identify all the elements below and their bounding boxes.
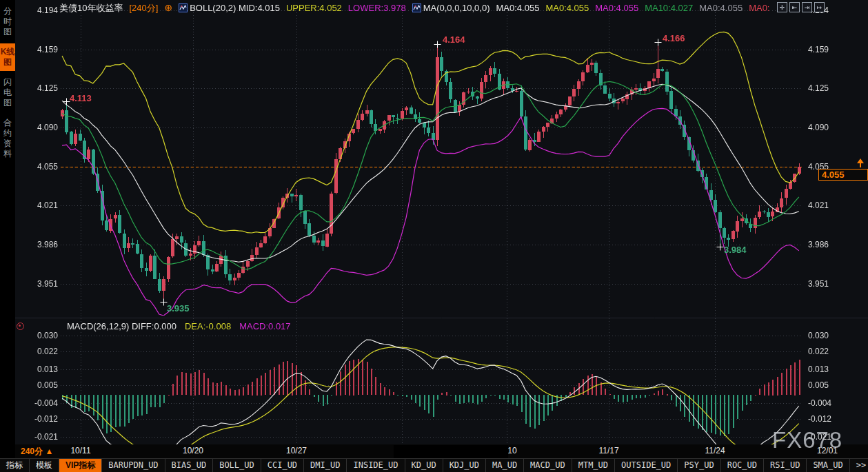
timeframe-arrow-icon: ▲ (45, 447, 53, 456)
indicator-readout-9: MA0:4.055 (699, 3, 743, 13)
price-tick-right: 4.125 (808, 83, 829, 93)
sidebar: 分时图K线图闪电图合约资料 (0, 0, 15, 459)
indicator-readout-4: MA(0,0,0,10,0,0) (423, 3, 490, 13)
redaction-box (394, 445, 508, 458)
sidebar-tab-4[interactable]: 合约资料 (0, 114, 15, 163)
macd-tick-right: 0.005 (808, 380, 829, 390)
indicator-readouts: BOLL(20,2) MID:4.015UPPER:4.052LOWER:3.9… (179, 3, 776, 13)
macd-tick-left: 0.005 (25, 380, 58, 390)
tab-rsi-ud[interactable]: RSI_UD (764, 459, 807, 472)
timeframe-selector[interactable]: 240分 ▲ (21, 446, 53, 458)
macd-tick-right: 0.022 (808, 347, 829, 356)
price-tick-left: 4.159 (25, 45, 58, 54)
chart-title: 美债10年收益率 (59, 2, 123, 14)
price-tick-right: 4.159 (808, 45, 829, 54)
macd-tick-left: -0.012 (25, 414, 58, 424)
chart-header: 美债10年收益率 [240分] ⊕ BOLL(20,2) MID:4.015UP… (59, 2, 776, 14)
chart-canvas[interactable] (0, 0, 868, 472)
timeframe-text: 240分 (21, 447, 43, 456)
price-tick-left: 4.055 (25, 162, 58, 172)
tab-inside-ud[interactable]: INSIDE_UD (347, 459, 405, 472)
date-label: 10/11 (70, 446, 90, 455)
tab-bias-ud[interactable]: BIAS_UD (165, 459, 214, 472)
tab-kd-ud[interactable]: KD_UD (405, 459, 443, 472)
indicator-readout-7: MA0:4.055 (595, 3, 638, 13)
tab-dmi-ud[interactable]: DMI_UD (304, 459, 347, 472)
date-label: 11/17 (598, 446, 618, 455)
tab-boll-ud[interactable]: BOLL_UD (213, 459, 261, 472)
macd-tick-right: 0.030 (808, 331, 829, 340)
indicator-tab-bar: 指标模板VIP指标BARUPDN_UDBIAS_UDBOLL_UDCCI_UDD… (0, 458, 868, 472)
tab-roc-ud[interactable]: ROC_UD (721, 459, 764, 472)
tab-ma-ud[interactable]: MA_UD (486, 459, 524, 472)
indicator-readout-10: MA0: (749, 3, 769, 13)
tab-mtm-ud[interactable]: MTM_UD (572, 459, 615, 472)
tab-psy-ud[interactable]: PSY_UD (678, 459, 720, 472)
date-label: 10/20 (183, 446, 203, 455)
macd-tick-left: 0.022 (25, 347, 58, 356)
price-extreme-label: 4.166 (663, 33, 685, 43)
shift-right-icon[interactable]: ↦ (814, 2, 825, 12)
price-tick-right: 3.951 (808, 279, 829, 289)
indicator-readout-3: LOWER:3.978 (348, 3, 406, 13)
price-extreme-label: 3.984 (724, 245, 747, 255)
price-tick-left: 4.021 (25, 201, 58, 210)
indicator-legend-icon (412, 3, 421, 12)
price-tick-left: 3.986 (25, 240, 58, 249)
date-label: 10/27 (286, 446, 307, 455)
chart-window-controls: ✛⇤⇥↦ (777, 2, 825, 12)
price-extreme-label: 3.935 (167, 303, 190, 314)
macd-tick-right: 0.013 (808, 365, 829, 374)
price-extreme-label: 4.164 (443, 34, 465, 45)
trading-app-window: 分时图K线图闪电图合约资料 美债10年收益率 [240分] ⊕ BOLL(20,… (0, 0, 868, 472)
tab-vip-[interactable]: VIP指标 (59, 459, 102, 472)
current-price-tag: 4.055 (818, 169, 868, 181)
macd-tick-left: 0.013 (25, 365, 58, 374)
price-tick-left: 4.090 (25, 123, 58, 132)
tab-sma-ud[interactable]: SMA_UD (807, 459, 849, 472)
add-indicator-icon[interactable]: ⊕ (164, 3, 172, 12)
sidebar-tab-2[interactable]: K线图 (0, 43, 15, 71)
macd-panel-header: MACD(26,12,9) DIFF:0.000DEA:-0.008MACD:0… (17, 321, 299, 331)
tab-kdj-ud[interactable]: KDJ_UD (443, 459, 486, 472)
macd-tick-left: -0.021 (25, 432, 58, 442)
fit-x-axis-icon[interactable]: ⇥ (802, 2, 812, 12)
tab--[interactable]: 模板 (30, 459, 59, 472)
sidebar-tab-1[interactable]: 分时图 (0, 3, 15, 41)
macd-readout-3: MACD:0.017 (239, 321, 290, 331)
tab-macd-ud[interactable]: MACD_UD (524, 459, 572, 472)
indicator-readout-2: UPPER:4.052 (286, 3, 342, 13)
macd-readout-2: DEA:-0.008 (185, 321, 231, 331)
price-tick-left: 3.951 (25, 279, 58, 289)
arrow-stem (860, 163, 861, 167)
macd-tick-left: 0.030 (25, 331, 58, 340)
tab-outside-ud[interactable]: OUTSIDE_UD (615, 459, 678, 472)
latest-bar-arrow-icon[interactable] (857, 158, 864, 168)
watermark: FX678 (772, 427, 842, 453)
indicator-readout-6: MA0:4.055 (545, 3, 589, 13)
macd-readouts: MACD(26,12,9) DIFF:0.000DEA:-0.008MACD:0… (67, 321, 299, 331)
timeframe-label: [240分] (129, 2, 158, 14)
indicator-readout-1: BOLL(20,2) MID:4.015 (190, 3, 280, 13)
x-axis-row: 240分 ▲ 10/1110/2010/2711/311/1011/1711/2… (15, 444, 868, 459)
tab--[interactable]: 指标 (0, 459, 30, 472)
macd-tick-right: -0.012 (808, 414, 831, 424)
sidebar-tab-3[interactable]: 闪电图 (0, 74, 15, 112)
indicator-readout-8: MA10:4.027 (645, 3, 693, 13)
price-tick-left: 4.194 (25, 6, 58, 15)
tab-cci-ud[interactable]: CCI_UD (261, 459, 304, 472)
price-extreme-label: 4.113 (70, 93, 92, 103)
price-tick-right: 4.021 (808, 201, 829, 210)
price-tick-right: 3.986 (808, 240, 829, 249)
fit-y-axis-icon[interactable]: ⇤ (789, 2, 800, 12)
macd-tick-right: -0.004 (808, 398, 831, 408)
indicator-legend-icon (179, 3, 188, 12)
indicator-readout-5: MA0:4.055 (496, 3, 540, 13)
arrow-head (857, 158, 864, 163)
tab--[interactable]: >> (850, 459, 868, 472)
crosshair-icon[interactable]: ✛ (777, 2, 787, 12)
macd-panel-icon[interactable] (17, 322, 24, 330)
date-label: 11/24 (705, 446, 725, 455)
tab-barupdn-ud[interactable]: BARUPDN_UD (102, 459, 165, 472)
macd-tick-left: -0.004 (25, 398, 58, 408)
